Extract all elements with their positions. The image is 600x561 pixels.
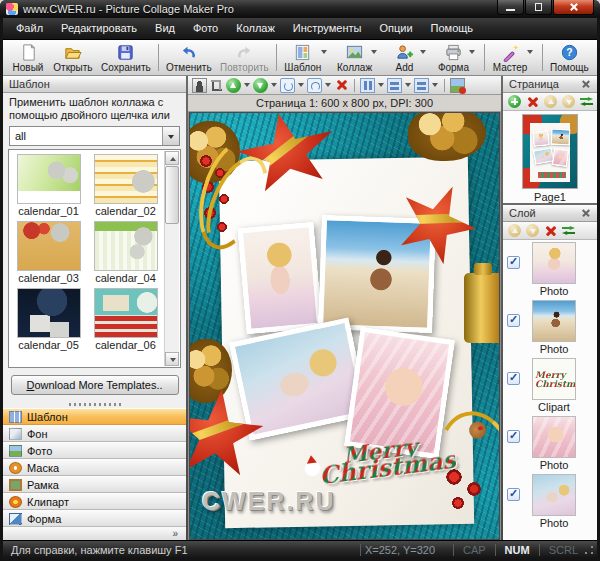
template-thumbnail[interactable] <box>17 288 81 338</box>
align-horizontal-icon[interactable] <box>387 78 402 93</box>
distribute-icon[interactable] <box>414 78 429 93</box>
redo-button[interactable]: Повторить <box>216 41 273 74</box>
layer-thumbnail[interactable] <box>532 416 576 458</box>
sidebar-item-background[interactable]: Фон <box>3 425 186 442</box>
scroll-down-icon[interactable] <box>165 352 179 366</box>
menu-options[interactable]: Опции <box>370 18 421 39</box>
template-thumbnail[interactable] <box>17 154 81 204</box>
chevron-more-icon[interactable]: » <box>172 528 178 539</box>
close-icon[interactable] <box>581 79 591 89</box>
close-button[interactable] <box>553 0 594 15</box>
layer-item[interactable]: Photo <box>503 242 597 300</box>
new-button[interactable]: Новый <box>7 41 49 74</box>
layer-visibility-checkbox[interactable] <box>507 314 520 327</box>
page-thumbnail[interactable] <box>522 114 578 189</box>
layer-thumbnail[interactable]: MerryChristmas <box>532 358 576 400</box>
layer-visibility-checkbox[interactable] <box>507 256 520 269</box>
template-filter-dropdown[interactable]: all <box>9 126 180 146</box>
shape-button[interactable]: Форма <box>432 41 474 74</box>
add-page-icon[interactable] <box>508 95 521 108</box>
collage-page[interactable]: Merry Christmas CWER.RU <box>190 113 499 539</box>
open-button[interactable]: Открыть <box>49 41 97 74</box>
layer-visibility-checkbox[interactable] <box>507 488 520 501</box>
undo-button[interactable]: Отменить <box>162 41 216 74</box>
menu-photo[interactable]: Фото <box>184 18 227 39</box>
chevron-down-icon[interactable] <box>271 83 277 87</box>
align-vertical-icon[interactable] <box>360 78 375 93</box>
template-thumbnail[interactable] <box>94 221 158 271</box>
chevron-down-icon[interactable] <box>325 83 331 87</box>
crop-icon[interactable] <box>209 78 224 93</box>
template-scrollbar[interactable] <box>164 151 179 366</box>
delete-layer-icon[interactable] <box>544 224 557 237</box>
layer-down-icon[interactable] <box>526 224 539 237</box>
layer-thumbnail[interactable] <box>532 474 576 516</box>
collage-button[interactable]: Коллаж <box>333 41 377 74</box>
canvas-workspace[interactable]: Merry Christmas CWER.RU <box>188 112 501 540</box>
swap-layers-icon[interactable] <box>562 224 577 237</box>
close-icon[interactable] <box>581 208 591 218</box>
rotate-cw-icon[interactable] <box>280 78 295 93</box>
template-thumbnail[interactable] <box>94 154 158 204</box>
chevron-down-icon[interactable] <box>162 127 179 145</box>
help-button[interactable]: ? Помощь <box>546 41 593 74</box>
collage-photo-1[interactable] <box>238 222 323 334</box>
save-button[interactable]: Сохранить <box>97 41 155 74</box>
move-down-icon[interactable] <box>253 78 268 93</box>
menu-tools[interactable]: Инструменты <box>284 18 371 39</box>
sidebar-item-photo[interactable]: Фото <box>3 442 186 459</box>
chevron-down-icon[interactable] <box>469 50 475 54</box>
resize-grip[interactable] <box>583 544 595 556</box>
photo-icon <box>9 445 22 457</box>
layer-visibility-checkbox[interactable] <box>507 372 520 385</box>
chevron-down-icon[interactable] <box>321 50 327 54</box>
scrollbar-thumb[interactable] <box>165 166 179 224</box>
chevron-down-icon[interactable] <box>420 50 426 54</box>
sidebar-overflow[interactable]: » <box>3 527 186 540</box>
minimize-button[interactable] <box>497 0 524 15</box>
rotate-ccw-icon[interactable] <box>307 78 322 93</box>
chevron-down-icon[interactable] <box>298 83 304 87</box>
download-more-templates-button[interactable]: Download More Templates.. <box>11 375 179 395</box>
chevron-down-icon[interactable] <box>405 83 411 87</box>
sidebar-item-shape[interactable]: Форма <box>3 510 186 527</box>
chevron-down-icon[interactable] <box>432 83 438 87</box>
layer-visibility-checkbox[interactable] <box>507 430 520 443</box>
maximize-button[interactable] <box>525 0 552 15</box>
menu-collage[interactable]: Коллаж <box>227 18 284 39</box>
page-up-icon[interactable] <box>544 95 557 108</box>
layer-item[interactable]: Photo <box>503 416 597 474</box>
swap-pages-icon[interactable] <box>580 95 595 108</box>
chevron-down-icon[interactable] <box>244 83 250 87</box>
template-thumbnail[interactable] <box>17 221 81 271</box>
page-down-icon[interactable] <box>562 95 575 108</box>
delete-icon[interactable] <box>334 78 349 93</box>
menu-view[interactable]: Вид <box>146 18 184 39</box>
menu-file[interactable]: Файл <box>7 18 52 39</box>
remove-image-icon[interactable] <box>450 78 465 93</box>
layer-up-icon[interactable] <box>508 224 521 237</box>
select-photo-icon[interactable] <box>192 78 207 93</box>
chevron-down-icon[interactable] <box>527 50 533 54</box>
layer-item[interactable]: Photo <box>503 300 597 358</box>
sidebar-item-frame[interactable]: Рамка <box>3 476 186 493</box>
template-thumbnail[interactable] <box>94 288 158 338</box>
chevron-down-icon[interactable] <box>378 83 384 87</box>
template-button[interactable]: Шаблон <box>280 41 326 74</box>
sidebar-item-mask[interactable]: Маска <box>3 459 186 476</box>
chevron-down-icon[interactable] <box>371 50 377 54</box>
move-up-icon[interactable] <box>226 78 241 93</box>
layer-thumbnail[interactable] <box>532 300 576 342</box>
sidebar-item-template[interactable]: Шаблон <box>3 408 186 425</box>
layer-thumbnail[interactable] <box>532 242 576 284</box>
panel-splitter-handle[interactable] <box>3 400 186 408</box>
sidebar-item-clipart[interactable]: Клипарт <box>3 493 186 510</box>
add-button[interactable]: Add <box>383 41 425 74</box>
scroll-up-icon[interactable] <box>165 151 179 165</box>
layer-item[interactable]: MerryChristmas Clipart <box>503 358 597 416</box>
wizard-button[interactable]: Мастер <box>488 41 531 74</box>
delete-page-icon[interactable] <box>526 95 539 108</box>
menu-edit[interactable]: Редактировать <box>52 18 146 39</box>
layer-item[interactable]: Photo <box>503 474 597 532</box>
menu-help[interactable]: Помощь <box>422 18 483 39</box>
